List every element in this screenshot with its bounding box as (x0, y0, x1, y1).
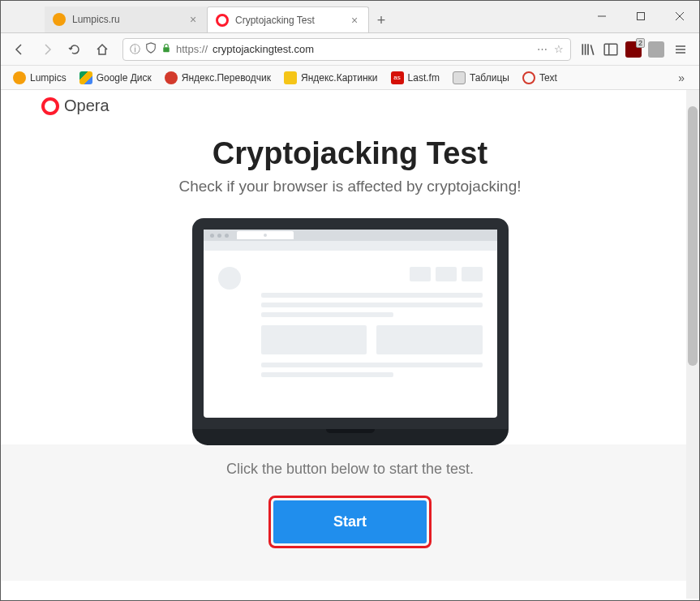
forward-button[interactable] (35, 37, 59, 62)
tab-label: Cryptojacking Test (235, 15, 342, 26)
url-domain: cryptojackingtest.com (213, 43, 314, 55)
tab-cryptojacking[interactable]: Cryptojacking Test × (207, 6, 369, 32)
ublock-icon[interactable]: 2 (625, 41, 642, 58)
ublock-badge: 2 (636, 38, 645, 48)
bookmark-favicon-icon: as (391, 71, 404, 84)
bookmark-label: Last.fm (408, 72, 440, 84)
bookmark-text[interactable]: Text (517, 69, 563, 87)
bookmark-star-icon[interactable]: ☆ (554, 43, 564, 55)
bookmark-yandex-translate[interactable]: Яндекс.Переводчик (159, 69, 277, 87)
cta-instruction: Click the button below to start the test… (1, 461, 699, 478)
opera-icon (41, 97, 59, 115)
bookmark-label: Google Диск (97, 72, 152, 84)
folder-icon (453, 71, 466, 84)
back-button[interactable] (7, 37, 32, 62)
bookmark-favicon-icon (13, 71, 26, 84)
opera-logo[interactable]: Opera (17, 90, 683, 122)
laptop-illustration (192, 218, 509, 445)
svg-rect-1 (638, 13, 645, 20)
bookmark-favicon-icon (284, 71, 297, 84)
minimize-button[interactable] (582, 0, 621, 32)
window-controls (582, 0, 699, 32)
extension-gray-icon[interactable] (647, 41, 665, 58)
bookmarks-overflow-button[interactable]: » (670, 68, 693, 88)
bookmark-google-disk[interactable]: Google Диск (74, 69, 157, 87)
page-title: Cryptojacking Test (17, 136, 683, 171)
bookmark-favicon-icon (165, 71, 178, 84)
sidebar-icon[interactable] (602, 41, 620, 58)
tab-favicon-icon (53, 13, 66, 26)
bookmarks-bar: Lumpics Google Диск Яндекс.Переводчик Ян… (1, 66, 699, 90)
bookmark-favicon-icon (79, 71, 92, 84)
page-content: Opera Cryptojacking Test Check if your b… (1, 90, 699, 599)
bookmark-label: Яндекс.Картинки (301, 72, 378, 84)
nav-toolbar: ⓘ https://cryptojackingtest.com ⋯ ☆ 2 (1, 33, 699, 66)
close-icon[interactable]: × (187, 14, 199, 25)
bookmark-lumpics[interactable]: Lumpics (7, 69, 72, 87)
bookmark-favicon-icon (522, 71, 535, 84)
page-subtitle: Check if your browser is affected by cry… (17, 178, 683, 195)
close-window-button[interactable] (660, 0, 699, 32)
maximize-button[interactable] (621, 0, 660, 32)
new-tab-button[interactable]: + (369, 8, 393, 32)
shield-icon[interactable] (145, 42, 157, 56)
opera-logo-text: Opera (64, 97, 110, 115)
reload-button[interactable] (62, 37, 87, 62)
home-button[interactable] (90, 37, 114, 62)
bookmark-label: Таблицы (470, 72, 509, 84)
bookmark-label: Яндекс.Переводчик (182, 72, 271, 84)
svg-rect-5 (604, 44, 617, 55)
bookmark-tables[interactable]: Таблицы (447, 69, 515, 87)
tab-lumpics[interactable]: Lumpics.ru × (45, 6, 207, 32)
tab-favicon-icon (216, 14, 229, 27)
close-icon[interactable]: × (349, 15, 360, 26)
url-prefix: https:// (176, 43, 208, 55)
info-icon[interactable]: ⓘ (130, 42, 140, 57)
extension-icons: 2 (579, 41, 665, 58)
lock-icon[interactable] (161, 43, 171, 55)
start-button-highlight: Start (268, 496, 432, 548)
bookmark-yandex-images[interactable]: Яндекс.Картинки (278, 69, 384, 87)
bookmark-label: Text (539, 72, 557, 84)
library-icon[interactable] (579, 41, 597, 58)
start-button[interactable]: Start (273, 500, 427, 543)
tab-label: Lumpics.ru (72, 14, 181, 25)
menu-button[interactable] (668, 37, 693, 62)
titlebar: Lumpics.ru × Cryptojacking Test × + (1, 1, 699, 33)
bookmark-label: Lumpics (30, 72, 67, 84)
scrollbar[interactable] (686, 90, 699, 599)
scrollbar-thumb[interactable] (688, 106, 698, 366)
address-bar[interactable]: ⓘ https://cryptojackingtest.com ⋯ ☆ (122, 38, 571, 61)
svg-rect-4 (163, 47, 170, 52)
dropdown-icon[interactable]: ⋯ (537, 43, 548, 55)
bookmark-lastfm[interactable]: asLast.fm (385, 69, 445, 87)
